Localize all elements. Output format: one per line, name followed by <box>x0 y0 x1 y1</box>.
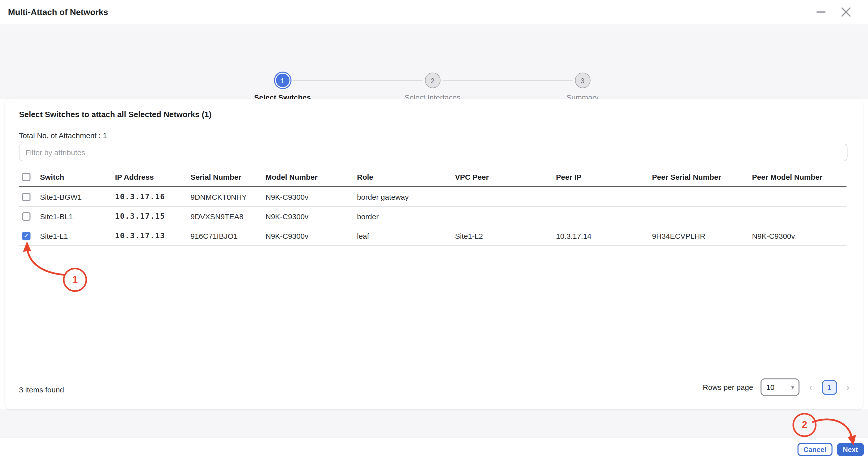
column-header-peer-ip: Peer IP <box>556 168 652 187</box>
table-row[interactable]: ✓ Site1-BGW1 10.3.17.16 9DNMCKT0NHY N9K-… <box>19 187 846 206</box>
cell-switch: Site1-L1 <box>40 226 115 246</box>
cell-peer-model-number: N9K-C9300v <box>752 226 846 246</box>
cell-model-number: N9K-C9300v <box>266 206 357 226</box>
lower-background <box>0 409 868 437</box>
select-all-checkbox[interactable]: ✓ <box>22 173 31 181</box>
multi-attach-dialog: Multi-Attach of Networks 1 Select Switch… <box>0 0 868 461</box>
column-header-ip-address: IP Address <box>115 168 190 187</box>
dialog-titlebar: Multi-Attach of Networks <box>0 0 868 25</box>
cell-peer-ip: 10.3.17.14 <box>556 226 652 246</box>
cell-peer-model-number <box>752 187 846 206</box>
page-number-button[interactable]: 1 <box>822 380 837 395</box>
step-1-circle[interactable]: 1 <box>275 73 290 88</box>
filter-input[interactable] <box>19 144 847 161</box>
cell-vpc-peer: Site1-L2 <box>455 226 556 246</box>
annotation-badge-1: 1 <box>63 268 87 292</box>
dialog-action-bar: Cancel Next <box>0 437 868 461</box>
items-found-label: 3 items found <box>19 385 64 394</box>
total-attachment-label: Total No. of Attachment : 1 <box>19 131 107 140</box>
rows-per-page-value: 10 <box>766 383 775 392</box>
cell-serial-number: 9DVXSN9TEA8 <box>190 206 266 226</box>
step-2-circle: 2 <box>425 73 440 88</box>
cell-peer-model-number <box>752 206 846 226</box>
cell-switch: Site1-BL1 <box>40 206 115 226</box>
row-checkbox[interactable]: ✓ <box>22 231 31 240</box>
pagination: Rows per page 10 ▾ ‹ 1 › <box>703 378 851 396</box>
row-checkbox[interactable]: ✓ <box>22 212 31 221</box>
minimize-icon[interactable] <box>815 6 827 18</box>
column-header-serial-number: Serial Number <box>190 168 266 187</box>
table-header-row: ✓ Switch IP Address Serial Number Model … <box>19 168 846 187</box>
step-3-circle: 3 <box>575 73 590 88</box>
cell-vpc-peer <box>455 206 556 226</box>
previous-page-icon[interactable]: ‹ <box>807 382 814 392</box>
row-checkbox[interactable]: ✓ <box>22 193 31 201</box>
table-row[interactable]: ✓ Site1-L1 10.3.17.13 916C71IBJO1 N9K-C9… <box>19 226 846 246</box>
cell-serial-number: 916C71IBJO1 <box>190 226 266 246</box>
cell-peer-ip <box>556 187 652 206</box>
cell-vpc-peer <box>455 187 556 206</box>
step-select-switches[interactable]: 1 Select Switches <box>227 73 338 102</box>
step-select-interfaces: 2 Select Interfaces <box>377 73 488 102</box>
cell-role: border <box>357 206 455 226</box>
cell-serial-number: 9DNMCKT0NHY <box>190 187 266 206</box>
cell-role: border gateway <box>357 187 455 206</box>
annotation-badge-2: 2 <box>793 413 816 437</box>
cell-peer-serial-number <box>652 187 752 206</box>
next-page-icon[interactable]: › <box>844 382 851 392</box>
next-button[interactable]: Next <box>837 443 864 456</box>
column-header-vpc-peer: VPC Peer <box>455 168 556 187</box>
column-header-role: Role <box>357 168 455 187</box>
panel-heading: Select Switches to attach all Selected N… <box>19 110 212 119</box>
cell-ip-address: 10.3.17.13 <box>115 226 190 246</box>
rows-per-page-select[interactable]: 10 ▾ <box>761 378 800 396</box>
cell-switch: Site1-BGW1 <box>40 187 115 206</box>
table-row[interactable]: ✓ Site1-BL1 10.3.17.15 9DVXSN9TEA8 N9K-C… <box>19 206 846 226</box>
cell-ip-address: 10.3.17.15 <box>115 206 190 226</box>
chevron-down-icon: ▾ <box>791 384 794 391</box>
close-icon[interactable] <box>840 6 852 18</box>
dialog-title: Multi-Attach of Networks <box>8 0 108 25</box>
column-header-peer-serial-number: Peer Serial Number <box>652 168 752 187</box>
cell-peer-serial-number: 9H34ECVPLHR <box>652 226 752 246</box>
column-header-model-number: Model Number <box>266 168 357 187</box>
column-header-peer-model-number: Peer Model Number <box>752 168 846 187</box>
wizard-stepper: 1 Select Switches 2 Select Interfaces 3 … <box>0 25 868 99</box>
step-summary: 3 Summary <box>527 73 638 102</box>
column-header-switch: Switch <box>40 168 115 187</box>
cell-model-number: N9K-C9300v <box>266 226 357 246</box>
select-switches-panel: Select Switches to attach all Selected N… <box>5 99 863 409</box>
cell-ip-address: 10.3.17.16 <box>115 187 190 206</box>
cell-role: leaf <box>357 226 455 246</box>
switches-table: ✓ Switch IP Address Serial Number Model … <box>19 168 846 246</box>
cell-peer-serial-number <box>652 206 752 226</box>
rows-per-page-label: Rows per page <box>703 383 753 392</box>
cell-model-number: N9K-C9300v <box>266 187 357 206</box>
cell-peer-ip <box>556 206 652 226</box>
cancel-button[interactable]: Cancel <box>797 443 832 456</box>
